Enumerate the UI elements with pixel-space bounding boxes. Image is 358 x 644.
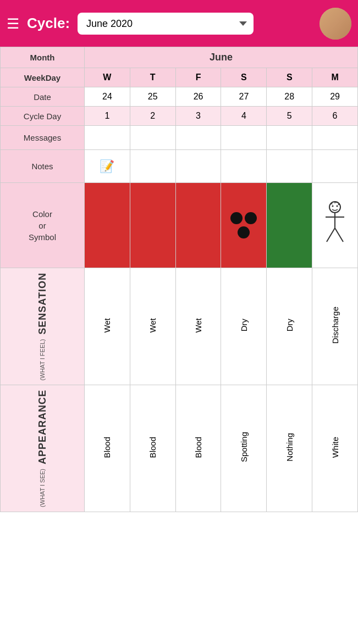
sensation-cell-5[interactable]: Dry	[267, 268, 312, 385]
color-cell-6[interactable]	[312, 183, 358, 268]
notes-cell-4[interactable]	[221, 150, 267, 183]
sensation-value-6: Discharge	[331, 307, 340, 344]
cycle-day-6: 6	[312, 107, 358, 126]
avatar[interactable]	[320, 8, 351, 40]
sensation-cell-6[interactable]: Discharge	[312, 268, 358, 385]
appearance-cell-5[interactable]: Nothing	[267, 385, 312, 512]
sensation-label-cell: SENSATION (WHAT I FEEL)	[1, 268, 85, 385]
sensation-title: SENSATION	[37, 273, 48, 335]
sensation-value-4: Dry	[239, 319, 249, 331]
sensation-row: SENSATION (WHAT I FEEL) Wet Wet Wet Dry	[1, 268, 358, 385]
appearance-value-6: White	[331, 437, 340, 458]
cycle-day-4: 4	[221, 107, 267, 126]
color-symbol-label: ColororSymbol	[1, 183, 85, 268]
date-24[interactable]: 24	[85, 87, 130, 107]
weekday-s2: S	[267, 68, 312, 87]
notes-cell-5[interactable]	[267, 150, 312, 183]
svg-line-4	[335, 228, 343, 242]
notes-cell-6[interactable]	[312, 150, 358, 183]
appearance-title: APPEARANCE	[37, 390, 48, 464]
baby-figure-icon	[312, 201, 357, 250]
date-28[interactable]: 28	[267, 87, 312, 107]
svg-line-3	[327, 228, 335, 242]
color-cell-4[interactable]	[221, 183, 267, 268]
svg-point-5	[332, 206, 333, 207]
weekday-f: F	[175, 68, 221, 87]
weekday-row: WeekDay W T F S S M	[1, 68, 358, 87]
appearance-value-4: Spotting	[239, 432, 249, 462]
weekday-s1: S	[221, 68, 267, 87]
appearance-value-1: Blood	[102, 437, 112, 458]
color-symbol-row: ColororSymbol	[1, 183, 358, 268]
note-edit-icon[interactable]: 📝	[100, 159, 114, 173]
hamburger-menu-icon[interactable]: ☰	[7, 16, 19, 31]
sensation-cell-3[interactable]: Wet	[175, 268, 221, 385]
appearance-cell-2[interactable]: Blood	[130, 385, 175, 512]
dot-1	[230, 212, 243, 224]
appearance-cell-6[interactable]: White	[312, 385, 358, 512]
weekday-label: WeekDay	[1, 68, 85, 87]
color-cell-5[interactable]	[267, 183, 312, 268]
calendar-table-wrapper: Month June WeekDay W T F S S M Date 24 2…	[0, 47, 358, 512]
avatar-image	[320, 8, 351, 40]
month-row: Month June	[1, 47, 358, 68]
messages-cell-2[interactable]	[130, 126, 175, 150]
sensation-cell-2[interactable]: Wet	[130, 268, 175, 385]
month-dropdown-container: May 2020 June 2020 July 2020	[78, 13, 312, 35]
appearance-cell-1[interactable]: Blood	[85, 385, 130, 512]
sensation-value-5: Dry	[285, 319, 294, 331]
notes-cell-2[interactable]	[130, 150, 175, 183]
messages-cell-3[interactable]	[175, 126, 221, 150]
date-27[interactable]: 27	[221, 87, 267, 107]
date-29[interactable]: 29	[312, 87, 358, 107]
date-label: Date	[1, 87, 85, 107]
appearance-cell-3[interactable]: Blood	[175, 385, 221, 512]
notes-row: Notes 📝	[1, 150, 358, 183]
messages-cell-6[interactable]	[312, 126, 358, 150]
month-label: Month	[1, 47, 85, 68]
svg-point-6	[336, 206, 338, 207]
notes-label: Notes	[1, 150, 85, 183]
weekday-m: M	[312, 68, 358, 87]
color-cell-2[interactable]	[130, 183, 175, 268]
sensation-cell-4[interactable]: Dry	[221, 268, 267, 385]
color-cell-1[interactable]	[85, 183, 130, 268]
messages-cell-4[interactable]	[221, 126, 267, 150]
month-header: June	[85, 47, 358, 68]
appearance-cell-4[interactable]: Spotting	[221, 385, 267, 512]
cycle-day-1: 1	[85, 107, 130, 126]
date-row: Date 24 25 26 27 28 29	[1, 87, 358, 107]
messages-label: Messages	[1, 126, 85, 150]
weekday-w: W	[85, 68, 130, 87]
appearance-row: APPEARANCE (WHAT I SEE) Blood Blood Bloo…	[1, 385, 358, 512]
color-cell-3[interactable]	[175, 183, 221, 268]
messages-cell-1[interactable]	[85, 126, 130, 150]
sensation-value-2: Wet	[148, 318, 157, 332]
appearance-value-2: Blood	[148, 437, 157, 458]
appearance-value-3: Blood	[194, 437, 203, 458]
sensation-value-3: Wet	[194, 318, 203, 332]
dots-group	[221, 210, 266, 241]
appearance-label-cell: APPEARANCE (WHAT I SEE)	[1, 385, 85, 512]
cycle-day-3: 3	[175, 107, 221, 126]
dot-2	[245, 212, 257, 224]
dot-3	[238, 226, 250, 238]
header: ☰ Cycle: May 2020 June 2020 July 2020	[0, 0, 358, 47]
notes-cell-1[interactable]: 📝	[85, 150, 130, 183]
messages-cell-5[interactable]	[267, 126, 312, 150]
sensation-subtitle: (WHAT I FEEL)	[39, 339, 46, 380]
cycle-day-5: 5	[267, 107, 312, 126]
cycle-label: Cycle:	[27, 15, 70, 32]
appearance-value-5: Nothing	[285, 433, 294, 462]
date-26[interactable]: 26	[175, 87, 221, 107]
messages-row: Messages	[1, 126, 358, 150]
sensation-cell-1[interactable]: Wet	[85, 268, 130, 385]
cycle-day-label: Cycle Day	[1, 107, 85, 126]
month-selector[interactable]: May 2020 June 2020 July 2020	[78, 13, 254, 35]
weekday-t: T	[130, 68, 175, 87]
app-container: ☰ Cycle: May 2020 June 2020 July 2020 Mo…	[0, 0, 358, 512]
notes-cell-3[interactable]	[175, 150, 221, 183]
cycle-day-2: 2	[130, 107, 175, 126]
date-25[interactable]: 25	[130, 87, 175, 107]
appearance-subtitle: (WHAT I SEE)	[39, 469, 46, 507]
